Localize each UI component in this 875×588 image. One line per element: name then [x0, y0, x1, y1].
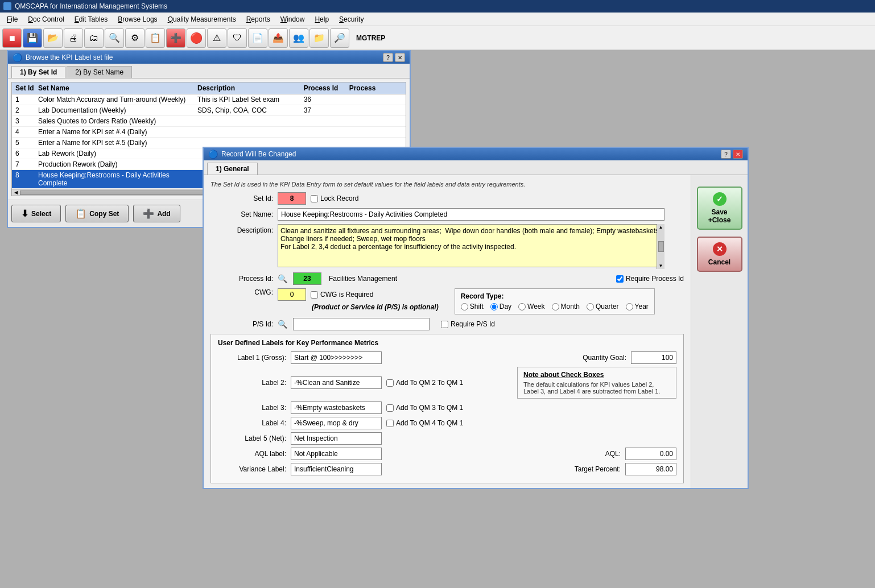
col-header-setname: Set Name [38, 84, 197, 92]
radio-month[interactable]: Month [552, 303, 580, 310]
label1-input[interactable] [291, 351, 382, 364]
require-process-id-text: Require Process Id [626, 275, 684, 283]
process-id-input[interactable] [293, 272, 321, 285]
settings-button[interactable]: ⚙ [125, 28, 145, 48]
search-button[interactable]: 🔍 [105, 28, 124, 48]
ps-id-search-icon[interactable]: 🔍 [278, 320, 287, 329]
exit-button[interactable]: ⏹ [2, 28, 22, 48]
select-button[interactable]: ⬇ Select [11, 205, 61, 222]
cwg-required-checkbox-label[interactable]: CWG is Required [311, 291, 373, 299]
browse-window-title: Browse the KPI Label set file [26, 53, 113, 61]
diagram-button[interactable]: 🗂 [84, 28, 104, 48]
cwg-required-checkbox[interactable] [311, 291, 318, 299]
radio-day[interactable]: Day [490, 303, 511, 310]
label5-input[interactable] [291, 432, 382, 445]
set-id-input[interactable] [278, 192, 306, 205]
ps-id-input[interactable] [293, 318, 430, 330]
description-scrollbar[interactable]: ▲ ▼ [657, 224, 664, 269]
list-button[interactable]: 📋 [146, 28, 165, 48]
label3-input[interactable] [291, 401, 382, 414]
require-ps-id-label[interactable]: Require P/S Id [441, 320, 495, 328]
dialog-form: The Set Id is used in the KPI Data Entry… [204, 175, 691, 488]
menu-help[interactable]: Help [310, 14, 333, 24]
copy-set-button[interactable]: 📋 Copy Set [65, 205, 129, 222]
circle-red-button[interactable]: 🔴 [187, 28, 206, 48]
warning-button[interactable]: ⚠ [207, 28, 226, 48]
target-percent-section: Target Percent: [575, 463, 676, 475]
label1-row: Label 1 (Gross): Quantity Goal: [218, 351, 676, 364]
label4-input[interactable] [291, 417, 382, 429]
list-item[interactable]: 3Sales Quotes to Orders Ratio (Weekly) [12, 116, 406, 127]
menu-security[interactable]: Security [335, 14, 368, 24]
menu-quality-measurements[interactable]: Quality Measurements [163, 14, 241, 24]
require-ps-id-text: Require P/S Id [451, 320, 495, 328]
add-qm3-checkbox[interactable] [386, 404, 394, 412]
cancel-icon: ✕ [713, 242, 727, 256]
save-button[interactable]: 💾 [23, 28, 42, 48]
dialog-help-button[interactable]: ? [721, 150, 731, 159]
note-title: Note about Check Boxes [523, 371, 670, 379]
cwg-input[interactable] [278, 288, 306, 301]
list-item[interactable]: 4Enter a Name for KPI set #.4 (Daily) [12, 127, 406, 138]
save-close-button[interactable]: ✓ Save+Close [697, 187, 742, 230]
variance-label-input[interactable] [291, 463, 382, 475]
open-button[interactable]: 📂 [43, 28, 63, 48]
tab-general[interactable]: 1) General [207, 163, 258, 175]
radio-year[interactable]: Year [626, 303, 649, 310]
aql-label-row: AQL label: AQL: [218, 448, 676, 460]
add-red-button[interactable]: ➕ [166, 28, 185, 48]
dialog-title-bar[interactable]: 🔵 Record Will Be Changed ? ✕ [204, 148, 748, 160]
lock-record-checkbox[interactable] [311, 195, 318, 202]
add-qm4-label[interactable]: Add To QM 4 To QM 1 [386, 419, 463, 427]
print-button[interactable]: 🖨 [64, 28, 83, 48]
add-button[interactable]: ➕ Add [133, 205, 180, 222]
browse-title-bar[interactable]: 🔵 Browse the KPI Label set file ? ✕ [8, 51, 410, 64]
description-textarea[interactable]: Clean and sanitize all fixtures and surr… [278, 224, 664, 267]
list-item[interactable]: 1Color Match Accuracy and Turn-around (W… [12, 94, 406, 105]
menu-doc-control[interactable]: Doc Control [23, 14, 68, 24]
quantity-goal-input[interactable] [631, 351, 676, 364]
tab-by-set-id[interactable]: 1) By Set Id [11, 66, 65, 78]
set-name-label: Set Name: [211, 210, 273, 218]
cancel-button[interactable]: ✕ Cancel [697, 237, 742, 272]
set-name-input[interactable] [278, 208, 664, 221]
browse-close-button[interactable]: ✕ [395, 53, 405, 62]
process-id-row: Process Id: 🔍 Facilities Management Requ… [211, 272, 684, 285]
browse-help-button[interactable]: ? [383, 53, 393, 62]
process-id-search-icon[interactable]: 🔍 [278, 274, 287, 283]
copy-set-label: Copy Set [89, 210, 119, 218]
folder-button[interactable]: 📁 [309, 28, 329, 48]
add-qm2-label[interactable]: Add To QM 2 To QM 1 [386, 379, 463, 387]
require-process-id-label[interactable]: Require Process Id [616, 275, 684, 283]
add-qm4-checkbox[interactable] [386, 420, 394, 427]
lock-record-checkbox-label[interactable]: Lock Record [311, 194, 358, 202]
export-button[interactable]: 📤 [269, 28, 288, 48]
require-process-id-checkbox[interactable] [616, 275, 624, 283]
radio-week[interactable]: Week [518, 303, 544, 310]
menu-browse-logs[interactable]: Browse Logs [113, 14, 162, 24]
cancel-label: Cancel [708, 258, 730, 266]
tab-by-set-name[interactable]: 2) By Set Name [67, 66, 132, 78]
aql-value-input[interactable] [625, 448, 676, 460]
radio-shift[interactable]: Shift [461, 303, 484, 310]
find-button[interactable]: 🔎 [330, 28, 349, 48]
dialog-title-text: Record Will Be Changed [221, 150, 296, 158]
menu-window[interactable]: Window [276, 14, 309, 24]
browse-tab-bar: 1) By Set Id 2) By Set Name [8, 64, 410, 78]
menu-file[interactable]: File [2, 14, 22, 24]
app-title: QMSCAPA for International Management Sys… [15, 2, 167, 10]
require-ps-id-checkbox[interactable] [441, 321, 448, 328]
users-button[interactable]: 👥 [289, 28, 308, 48]
dialog-close-button[interactable]: ✕ [733, 150, 743, 159]
add-qm2-checkbox[interactable] [386, 379, 394, 387]
radio-quarter[interactable]: Quarter [587, 303, 619, 310]
menu-reports[interactable]: Reports [242, 14, 275, 24]
target-percent-input[interactable] [625, 463, 676, 475]
menu-edit-tables[interactable]: Edit Tables [70, 14, 113, 24]
report-button[interactable]: 📄 [248, 28, 267, 48]
list-item[interactable]: 2Lab Documentation (Weekly)SDS, Chip, CO… [12, 105, 406, 116]
add-qm3-label[interactable]: Add To QM 3 To QM 1 [386, 404, 463, 412]
shield-button[interactable]: 🛡 [228, 28, 247, 48]
label2-input[interactable] [291, 376, 382, 389]
aql-label-input[interactable] [291, 448, 382, 460]
